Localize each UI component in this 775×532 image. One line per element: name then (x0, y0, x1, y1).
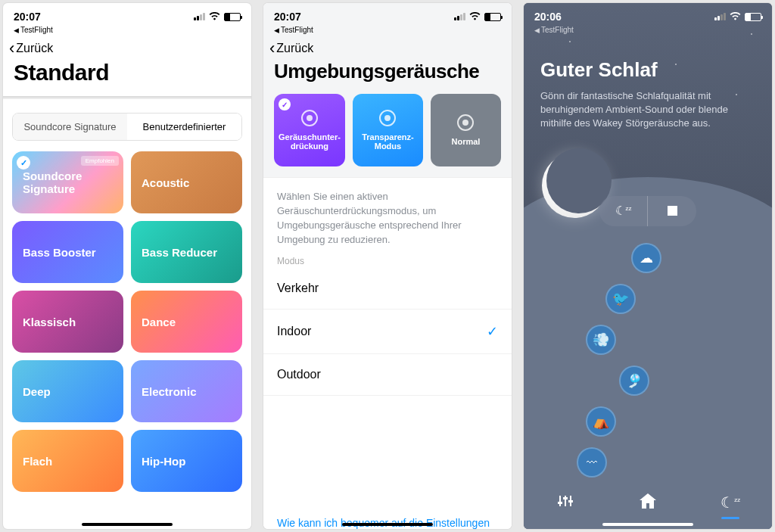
wifi-icon (469, 11, 481, 23)
back-button[interactable]: ‹Zurück (3, 37, 251, 58)
segment-custom[interactable]: Benutzerdefinierter (127, 114, 241, 140)
divider (3, 96, 251, 99)
page-title: Standard (3, 58, 251, 96)
preset-card[interactable]: Bass Reducer (131, 221, 242, 283)
svg-rect-3 (558, 502, 562, 504)
home-indicator[interactable] (82, 523, 173, 526)
sound-chime[interactable]: 🎐 (540, 366, 755, 396)
check-icon: ✓ (17, 156, 30, 170)
breadcrumb[interactable]: ◀TestFlight (263, 24, 512, 37)
status-bar: 20:07 (3, 3, 251, 24)
eq-preset-grid: ✓ Empfohlen Soundcore Signature Acoustic… (3, 151, 251, 492)
battery-icon (484, 13, 501, 21)
preset-card[interactable]: Dance (131, 291, 242, 353)
home-icon (640, 495, 656, 512)
headphone-icon (379, 110, 396, 126)
battery-icon (224, 13, 241, 21)
preset-label: Acoustic (142, 176, 189, 189)
stop-button[interactable] (648, 196, 696, 226)
breadcrumb[interactable]: ◀TestFlight (3, 24, 251, 37)
status-bar: 20:06 (524, 3, 772, 24)
preset-label: Soundcore Signature (23, 170, 113, 195)
screen-standard: 20:07 ◀TestFlight ‹Zurück Standard Sound… (3, 3, 251, 529)
svg-rect-4 (563, 497, 568, 499)
preset-card[interactable]: Klassisch (12, 291, 123, 353)
headphone-icon (457, 114, 474, 131)
wifi-icon (209, 11, 220, 23)
preset-label: Dance (142, 316, 176, 328)
preset-label: Bass Booster (23, 246, 96, 259)
mode-label: Transparenz-Modus (357, 132, 419, 151)
check-icon: ✓ (279, 98, 291, 110)
mode-label: Normal (452, 137, 481, 146)
moon-zz-icon: ☾zz (615, 204, 632, 218)
svg-rect-0 (559, 496, 561, 506)
signal-icon (194, 13, 205, 20)
sound-list: ☁ 🐦 💨 🎐 ⛺ 〰 (540, 243, 755, 478)
preset-card[interactable]: Hip-Hop (131, 430, 242, 492)
sound-forest[interactable]: ⛺ (540, 406, 755, 437)
sliders-icon (558, 494, 573, 511)
signal-icon (714, 13, 726, 20)
breadcrumb[interactable]: ◀TestFlight (524, 24, 772, 37)
preset-card[interactable]: Deep (12, 360, 123, 422)
option-indoor[interactable]: Indoor✓ (263, 310, 512, 354)
wifi-icon (730, 11, 741, 23)
preset-label: Deep (23, 385, 51, 398)
screen-sleep: 20:06 ◀TestFlight Guter Schlaf Gönn dir … (524, 3, 772, 529)
mode-transparency[interactable]: Transparenz-Modus (353, 94, 423, 166)
segmented-control: Soundcore Signature Benutzerdefinierter (12, 113, 242, 141)
mode-selector: ✓ Geräuschunter-drückung Transparenz-Mod… (263, 94, 512, 177)
headphone-icon (301, 110, 318, 126)
page-title: Umgebungsgeräusche (263, 58, 512, 94)
status-bar: 20:07 (263, 3, 512, 24)
forest-icon: ⛺ (586, 406, 616, 437)
page-title: Guter Schlaf (540, 37, 755, 82)
preset-label: Klassisch (23, 316, 76, 328)
preset-card[interactable]: ✓ Empfohlen Soundcore Signature (12, 151, 123, 213)
moon-zz-icon: ☾zz (721, 494, 740, 511)
sleep-mode-button[interactable]: ☾zz (599, 196, 648, 226)
signal-icon (454, 13, 465, 20)
mode-noise-canceling[interactable]: ✓ Geräuschunter-drückung (274, 94, 345, 166)
option-traffic[interactable]: Verkehr (263, 268, 512, 310)
tab-home[interactable] (633, 493, 663, 512)
chevron-left-icon: ‹ (269, 40, 275, 57)
status-time: 20:07 (274, 11, 301, 23)
section-label: Modus (263, 253, 512, 268)
help-text: Wählen Sie einen aktiven Geräuschunterdr… (263, 177, 512, 253)
preset-card[interactable]: Flach (12, 430, 123, 492)
preset-card[interactable]: Electronic (131, 360, 242, 422)
segment-signature[interactable]: Soundcore Signature (13, 114, 127, 140)
wind-icon: 💨 (586, 325, 616, 355)
home-indicator[interactable] (342, 523, 433, 526)
sound-bird[interactable]: 🐦 (540, 284, 755, 314)
preset-card[interactable]: Acoustic (131, 151, 242, 213)
rain-icon: ☁ (631, 243, 661, 273)
preset-label: Flach (23, 455, 52, 468)
tab-sleep[interactable]: ☾zz (715, 493, 745, 512)
preset-label: Hip-Hop (142, 455, 185, 468)
preset-label: Electronic (142, 385, 197, 398)
sound-wind[interactable]: 💨 (540, 325, 755, 355)
chevron-left-icon: ‹ (9, 40, 14, 57)
playback-control: ☾zz (540, 196, 755, 226)
tab-bar: ☾zz (524, 481, 772, 524)
home-indicator[interactable] (602, 523, 693, 526)
battery-icon (745, 13, 761, 21)
sound-waves[interactable]: 〰 (540, 447, 755, 478)
status-time: 20:06 (534, 11, 562, 23)
chime-icon: 🎐 (619, 366, 649, 396)
mode-normal[interactable]: Normal (431, 94, 501, 166)
bird-icon: 🐦 (605, 284, 636, 314)
tab-equalizer[interactable] (550, 494, 580, 512)
mode-label: Geräuschunter-drückung (279, 132, 341, 151)
status-time: 20:07 (14, 11, 41, 23)
screen-ambient: 20:07 ◀TestFlight ‹Zurück Umgebungsgeräu… (263, 3, 512, 529)
option-outdoor[interactable]: Outdoor (263, 354, 512, 396)
back-button[interactable]: ‹Zurück (263, 37, 512, 58)
page-subtitle: Gönn dir fantastische Schlafqualität mit… (540, 82, 755, 131)
sound-rain[interactable]: ☁ (540, 243, 755, 273)
waves-icon: 〰 (577, 447, 607, 478)
preset-card[interactable]: Bass Booster (12, 221, 123, 283)
